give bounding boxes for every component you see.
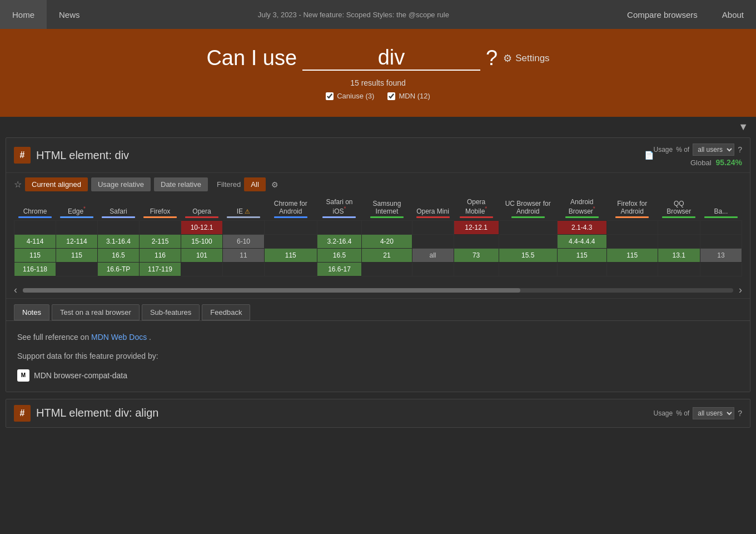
th-opera-mobile: Opera Mobile*: [454, 196, 499, 221]
th-ba: Ba...: [700, 196, 742, 221]
settings-label: Settings: [515, 53, 549, 64]
hero-label: Can I use: [206, 46, 297, 70]
cell-edge-cur[interactable]: 115: [56, 249, 98, 263]
tab-notes[interactable]: Notes: [14, 304, 49, 320]
cell-sios-old[interactable]: 3.2-16.4: [317, 235, 362, 249]
cell-opera-old[interactable]: 15-100: [181, 235, 223, 249]
cell-si-old[interactable]: 4-20: [362, 235, 412, 249]
cell-firefox-fut[interactable]: 117-119: [140, 263, 181, 276]
settings-gear-btn[interactable]: ⚙: [271, 180, 278, 189]
filter-bar: ▼: [0, 117, 756, 137]
cell-chrome-old[interactable]: 4-114: [14, 235, 56, 249]
cell-edge-old[interactable]: 12-114: [56, 235, 98, 249]
cell-cfa-cur[interactable]: 115: [265, 249, 317, 263]
filtered-label: Filtered: [217, 180, 241, 189]
usage-label: Usage: [654, 146, 673, 154]
cell-si-cur[interactable]: 21: [362, 249, 412, 263]
settings-button[interactable]: ⚙ Settings: [503, 52, 549, 65]
usage-select[interactable]: all users: [693, 144, 734, 156]
cell-ie-cur[interactable]: 11: [223, 249, 265, 263]
cell-ba-cur[interactable]: 13: [700, 249, 742, 263]
scroll-bar[interactable]: [23, 288, 733, 293]
filter-mdn[interactable]: MDN (12): [387, 92, 430, 100]
table-row: 116-118 16.6-TP 117-119 16.6-17: [14, 263, 742, 276]
th-ffa: Firefox for Android: [606, 196, 658, 221]
th-ie: IE ⚠: [223, 196, 265, 221]
cell-safari-cur[interactable]: 16.5: [98, 249, 140, 263]
cell-chrome-cur[interactable]: 115: [14, 249, 56, 263]
cell-qq-cur[interactable]: 13.1: [658, 249, 700, 263]
nav-announcement: July 3, 2023 - New feature: Scoped Style…: [92, 0, 615, 29]
usage-relative-btn[interactable]: Usage relative: [91, 177, 151, 191]
cell-chrome-fut[interactable]: 116-118: [14, 263, 56, 276]
cell-firefox-old[interactable]: 2-115: [140, 235, 181, 249]
th-edge: Edge*: [56, 196, 98, 221]
th-safari-ios: Safari on iOS*: [317, 196, 362, 221]
feature-header-2: # HTML element: div: align Usage % of al…: [6, 399, 750, 427]
usage-help-2[interactable]: ?: [738, 409, 742, 418]
cell-om-cur[interactable]: all: [412, 249, 454, 263]
th-opera: Opera: [181, 196, 223, 221]
th-firefox: Firefox: [140, 196, 181, 221]
cell-ab-red[interactable]: 2.1-4.3: [557, 221, 606, 235]
usage-select-2[interactable]: all users: [693, 407, 734, 419]
search-input[interactable]: [302, 46, 480, 71]
global-pct: 95.24%: [716, 158, 742, 167]
all-btn[interactable]: All: [244, 177, 265, 191]
th-chrome: Chrome: [14, 196, 56, 221]
feature-title-2: HTML element: div: align: [36, 407, 654, 419]
feature-title: HTML element: div: [36, 149, 641, 162]
nav-compare[interactable]: Compare browsers: [615, 0, 710, 29]
mdn-logo: M: [17, 369, 29, 382]
cell-firefox-cur[interactable]: 116: [140, 249, 181, 263]
th-cfa: Chrome for Android: [265, 196, 317, 221]
tab-subfeatures[interactable]: Sub-features: [142, 304, 200, 320]
table-row: 10-12.1 12-12.1 2.1-4.3: [14, 221, 742, 235]
browser-table: Chrome Edge* Safari: [14, 196, 742, 276]
cell-omob-red[interactable]: 12-12.1: [454, 221, 499, 235]
feature-hash-badge: #: [14, 147, 31, 164]
cell-sios-cur[interactable]: 16.5: [317, 249, 362, 263]
feature-card-2: # HTML element: div: align Usage % of al…: [6, 399, 750, 428]
hero-section: Can I use ? ⚙ Settings 15 results found …: [0, 29, 756, 117]
scroll-left-btn[interactable]: ‹: [14, 284, 17, 296]
th-uc-browser: UC Browser for Android: [499, 196, 557, 221]
results-count: 15 results found: [11, 78, 745, 87]
usage-of-label: % of: [676, 146, 689, 154]
filter-caniuse[interactable]: Caniuse (3): [326, 92, 374, 100]
cell-ffa-cur[interactable]: 115: [606, 249, 658, 263]
filter-icon[interactable]: ▼: [738, 121, 748, 133]
scroll-right-btn[interactable]: ›: [739, 284, 742, 296]
cell-ie-old[interactable]: 6-10: [223, 235, 265, 249]
tab-feedback[interactable]: Feedback: [202, 304, 250, 320]
cell-ab-cur[interactable]: 115: [557, 249, 606, 263]
cell-opera-red[interactable]: 10-12.1: [181, 221, 223, 235]
mdn-web-docs-link[interactable]: MDN Web Docs: [91, 333, 147, 342]
cell-ab-old[interactable]: 4.4-4.4.4: [557, 235, 606, 249]
nav-home[interactable]: Home: [0, 0, 47, 29]
cell-sios-fut[interactable]: 16.6-17: [317, 263, 362, 276]
nav-about[interactable]: About: [710, 0, 756, 29]
mdn-compat-text: MDN browser-compat-data: [34, 371, 127, 380]
global-label: Global: [690, 159, 712, 167]
star-button[interactable]: ☆: [14, 179, 22, 190]
nav-news[interactable]: News: [47, 0, 92, 29]
browser-table-wrap: Chrome Edge* Safari: [6, 196, 750, 282]
table-row: 4-114 12-114 3.1-16.4 2-115 15-100 6-10 …: [14, 235, 742, 249]
notes-mdn-ref: See full reference on MDN Web Docs .: [17, 331, 739, 343]
cell-safari-old[interactable]: 3.1-16.4: [98, 235, 140, 249]
scroll-thumb: [23, 288, 520, 293]
cell-uc-cur[interactable]: 15.5: [499, 249, 557, 263]
cell-opera-cur[interactable]: 101: [181, 249, 223, 263]
tab-content-notes: See full reference on MDN Web Docs . Sup…: [6, 320, 750, 392]
date-relative-btn[interactable]: Date relative: [154, 177, 208, 191]
usage-help-icon[interactable]: ?: [738, 145, 742, 154]
th-android-browser: Android Browser*: [557, 196, 606, 221]
cell-safari-fut[interactable]: 16.6-TP: [98, 263, 140, 276]
feature-hash-badge-2: #: [14, 405, 31, 422]
doc-icon[interactable]: 📄: [644, 151, 654, 160]
tab-test[interactable]: Test on a real browser: [52, 304, 140, 320]
usage-label-2: Usage: [654, 409, 673, 417]
current-aligned-btn[interactable]: Current aligned: [25, 177, 88, 191]
cell-omob-cur[interactable]: 73: [454, 249, 499, 263]
